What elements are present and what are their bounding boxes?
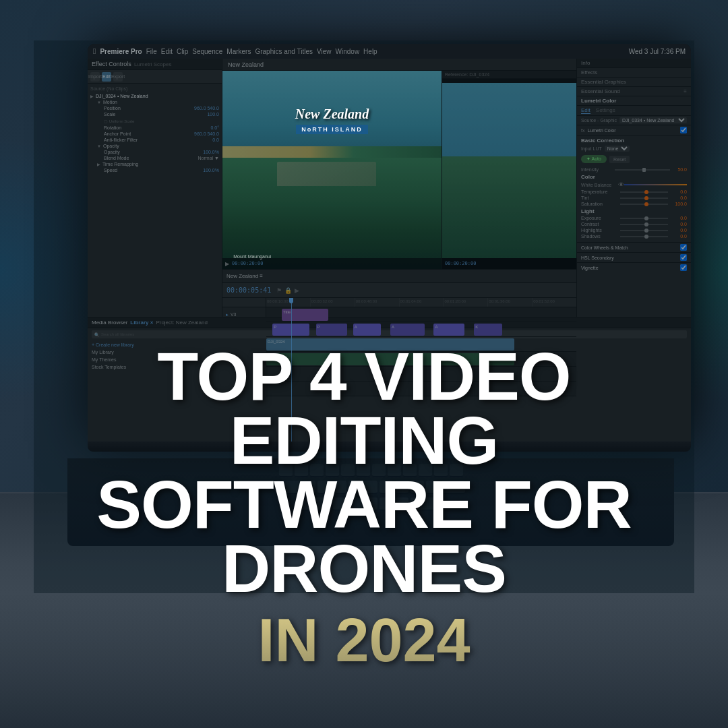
- v2-clip-1[interactable]: P: [272, 324, 309, 336]
- menu-item-file[interactable]: File: [146, 48, 157, 55]
- v1-clip-main[interactable]: DJI_0324: [266, 338, 514, 351]
- rp-sh-value: 0.0: [670, 234, 687, 239]
- program-monitor[interactable]: New Zealand NoRTH ISLAND Mount Maunganui…: [222, 71, 442, 269]
- rp-settings-tab[interactable]: Settings: [596, 107, 615, 114]
- menu-item-graphics[interactable]: Graphics and Titles: [255, 48, 313, 55]
- rp-vignette-checkbox[interactable]: [680, 264, 687, 271]
- uniform-scale-label: ▢ Uniform Scale: [104, 119, 134, 123]
- rp-menu-icon[interactable]: ≡: [684, 88, 687, 94]
- time-ruler: 00:00:10:00 00:00:32:00 00:00:48:00 00:0…: [266, 298, 576, 307]
- my-themes-item[interactable]: My Themes: [92, 356, 222, 363]
- rp-lut-dropdown[interactable]: None: [605, 146, 630, 152]
- menu-item-help[interactable]: Help: [363, 48, 377, 55]
- menu-item-clip[interactable]: Clip: [177, 48, 188, 55]
- key: [348, 481, 362, 494]
- rp-fx-checkbox[interactable]: [680, 127, 687, 133]
- effect-label-source: DJI_0324 • New Zealand: [96, 94, 148, 98]
- rp-tint-track[interactable]: [620, 198, 668, 199]
- rp-eyedropper-icon[interactable]: 👁: [618, 181, 624, 188]
- key: [372, 464, 386, 477]
- source-monitor-label: New Zealand: [228, 61, 264, 68]
- menu-item-view[interactable]: View: [317, 48, 332, 55]
- timeline-tool-lock[interactable]: 🔒: [284, 287, 292, 294]
- menu-item-markers[interactable]: Markers: [226, 48, 251, 55]
- key: [310, 464, 324, 477]
- center-area: New Zealand New Zealand NoRTH ISLAND: [222, 59, 576, 442]
- rp-wb-label: White Balance: [581, 183, 618, 187]
- rp-exposure-row: Exposure 0.0: [581, 216, 687, 220]
- media-browser-tab[interactable]: Media Browser: [92, 320, 127, 326]
- track-v3-name: V3: [231, 312, 237, 317]
- rp-contrast-track[interactable]: [620, 224, 668, 225]
- rp-temp-track[interactable]: [620, 191, 668, 193]
- menu-item-window[interactable]: Window: [336, 48, 360, 55]
- my-library-item[interactable]: My Library: [92, 348, 222, 356]
- edit-tab[interactable]: Edit: [102, 72, 111, 82]
- rp-contrast-row: Contrast 0.0: [581, 222, 687, 226]
- import-tab[interactable]: Import: [90, 72, 100, 82]
- v2-clip-4[interactable]: A: [390, 324, 425, 336]
- rp-color-wheels-label[interactable]: Color Wheels & Match: [581, 245, 628, 250]
- v2-track-row: P P A A A K: [266, 322, 576, 337]
- export-tab[interactable]: Export: [113, 72, 123, 82]
- rp-edit-tab[interactable]: Edit: [581, 107, 590, 114]
- search-bar[interactable]: 🔍 Search all libraries: [92, 330, 222, 338]
- rp-temp-value: 0.0: [670, 189, 687, 194]
- rp-exp-track[interactable]: [620, 218, 668, 219]
- timeline-tool-markers[interactable]: ▶: [295, 287, 299, 294]
- blur-value: 0.0: [212, 138, 219, 142]
- rp-auto-button[interactable]: ✦ Auto: [581, 155, 607, 163]
- monitor-timecode: 00:00:20:00: [232, 261, 263, 266]
- ruler-mark-2: 00:00:32:00: [311, 298, 355, 307]
- rp-source-dropdown[interactable]: DJI_0334 • New Zealand: [619, 117, 687, 123]
- uniform-scale-row: ▢ Uniform Scale: [104, 117, 219, 125]
- rp-hsl-checkbox[interactable]: [680, 254, 687, 261]
- stock-templates-item[interactable]: Stock Templates: [92, 363, 222, 371]
- opacity-value-row: Opacity 100.0%: [104, 149, 219, 155]
- menu-item-edit[interactable]: Edit: [161, 48, 173, 55]
- rp-lumetri-color[interactable]: Lumetri Color: [577, 96, 691, 106]
- time-triangle: ▶: [97, 162, 100, 166]
- anchor-label: Anchor Point: [104, 131, 131, 136]
- rp-sat-track[interactable]: [620, 204, 668, 205]
- rp-intensity-row: Intensity 50.0: [581, 167, 687, 172]
- v2-clip-3[interactable]: A: [353, 324, 381, 336]
- project-tab[interactable]: Project: New Zealand: [156, 320, 207, 326]
- rp-vignette-label[interactable]: Vignette: [581, 266, 599, 270]
- rp-color-wheels-checkbox[interactable]: [680, 244, 687, 251]
- rp-temperature-row: Temperature 0.0: [581, 189, 687, 194]
- v3-clip-1[interactable]: Title: [282, 309, 328, 321]
- ref-sky: [442, 83, 576, 162]
- scale-label: Scale: [104, 112, 116, 117]
- key: [295, 464, 308, 477]
- rp-intensity-track[interactable]: [615, 169, 670, 171]
- rp-color-header[interactable]: Color: [581, 174, 687, 180]
- motion-triangle: ▼: [97, 100, 101, 104]
- play-icon[interactable]: ▶: [225, 261, 229, 267]
- rp-reset-button[interactable]: Reset: [609, 156, 630, 163]
- rp-hi-track[interactable]: [620, 230, 668, 231]
- v2-clip-5[interactable]: A: [433, 324, 464, 336]
- v2-clip-6[interactable]: K: [474, 324, 502, 336]
- speed-row: Speed 100.0%: [97, 167, 219, 173]
- library-tab[interactable]: Library ×: [130, 320, 153, 326]
- rp-exp-value: 0.0: [670, 216, 687, 220]
- reference-monitor[interactable]: Reference: DJI_0324 00:00:20:00: [442, 71, 576, 269]
- v2-clip-2[interactable]: P: [316, 324, 347, 336]
- rp-hsl-label[interactable]: HSL Secondary: [581, 255, 614, 260]
- panel-toolbar: Import Edit Export: [88, 70, 222, 84]
- nz-main-title: New Zealand: [245, 107, 420, 122]
- a1-clip-main[interactable]: Audio: [266, 353, 514, 365]
- key: [317, 481, 331, 494]
- rp-light-header[interactable]: Light: [581, 208, 687, 214]
- rp-source-graphic-label: Source - Graphic: [581, 118, 617, 123]
- key: [364, 497, 377, 511]
- timeline-toolbar: 00:00:05:41 ⚑ 🔒 ▶: [222, 283, 576, 298]
- menu-item-sequence[interactable]: Sequence: [192, 48, 222, 55]
- ruler-mark-1: 00:00:10:00: [266, 298, 311, 307]
- timeline-tool-magnet[interactable]: ⚑: [276, 287, 282, 294]
- rp-sh-track[interactable]: [620, 236, 668, 237]
- create-library-btn[interactable]: + Create new library: [92, 341, 222, 348]
- rp-basic-correction-header[interactable]: Basic Correction: [581, 138, 687, 144]
- rp-sat-value: 100.0: [670, 202, 687, 206]
